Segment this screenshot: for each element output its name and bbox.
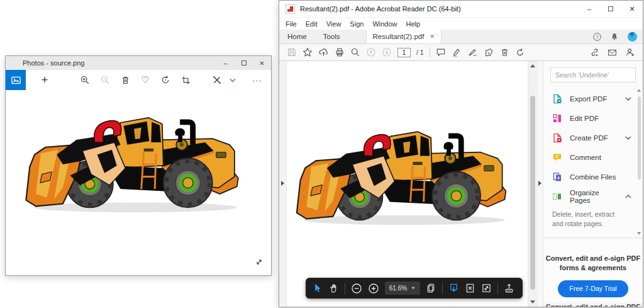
tab-home[interactable]: Home	[279, 30, 315, 43]
menu-edit[interactable]: Edit	[306, 20, 318, 28]
notifications-button[interactable]	[610, 32, 619, 42]
scroll-down-icon[interactable]	[530, 300, 535, 304]
tab-close-icon[interactable]: ✕	[430, 33, 435, 40]
find-button[interactable]	[350, 47, 360, 57]
add-button[interactable]: +	[35, 70, 55, 90]
more-options-button[interactable]: ···	[247, 70, 267, 90]
tab-document[interactable]: Resultant(2).pdf ✕	[366, 30, 441, 43]
help-button[interactable]: ?	[592, 32, 602, 42]
share-cloud-button[interactable]	[318, 47, 329, 57]
export-pdf-icon	[552, 94, 562, 104]
previous-page-button[interactable]	[366, 47, 376, 57]
rotate-button[interactable]	[155, 70, 175, 90]
collapse-tools-pane-icon[interactable]	[538, 181, 541, 186]
toolbar-divider	[497, 283, 498, 294]
scrollbar-thumb[interactable]	[638, 96, 641, 180]
chevron-down-icon[interactable]	[625, 97, 631, 101]
zoom-in-button[interactable]	[75, 70, 95, 90]
tool-export-pdf[interactable]: Export PDF	[543, 89, 636, 108]
free-trial-button[interactable]: Free 7-Day Trial	[558, 280, 628, 297]
highlight-tool-button[interactable]	[452, 47, 462, 57]
see-all-photos-button[interactable]	[6, 70, 26, 90]
page-number-input[interactable]	[397, 48, 411, 57]
menu-sign[interactable]: Sign	[350, 20, 364, 28]
edit-create-icon	[212, 75, 222, 85]
favorite-tool-button[interactable]	[303, 47, 313, 57]
print-button[interactable]	[335, 47, 345, 57]
photos-image-canvas[interactable]	[6, 94, 271, 275]
comment-tool-button[interactable]	[436, 47, 446, 57]
fill-sign-tool-button[interactable]	[484, 47, 494, 57]
page-up-icon	[366, 47, 376, 57]
expand-nav-pane-icon[interactable]	[281, 181, 284, 186]
help-icon: ?	[592, 32, 602, 42]
fullscreen-button[interactable]	[255, 258, 264, 266]
tool-label: Export PDF	[570, 95, 618, 103]
close-button[interactable]: ✕	[253, 56, 271, 70]
menu-file[interactable]: File	[286, 20, 297, 28]
chevron-down-icon[interactable]	[625, 136, 631, 140]
document-scrollbar[interactable]	[528, 61, 536, 307]
chevron-up-icon[interactable]	[625, 195, 631, 198]
tool-comment[interactable]: Comment	[543, 147, 636, 167]
tools-list: Export PDF Edit PDF Create PDF	[543, 89, 636, 206]
bell-icon	[610, 32, 619, 42]
zoom-out-icon	[100, 75, 110, 85]
zoom-to-page-button[interactable]	[465, 283, 475, 294]
svg-text:?: ?	[596, 34, 599, 40]
maximize-button[interactable]	[600, 1, 621, 17]
close-button[interactable]: ✕	[621, 1, 643, 17]
tool-label: Combine Files	[570, 173, 636, 181]
share-link-button[interactable]	[589, 47, 600, 57]
tool-combine-files[interactable]: Combine Files	[543, 167, 636, 186]
menu-window[interactable]: Window	[372, 20, 397, 28]
tool-organize-pages[interactable]: Organize Pages	[543, 186, 636, 206]
add-user-button[interactable]	[625, 47, 635, 57]
tools-pane-scrollbar[interactable]	[636, 89, 642, 235]
tool-create-pdf[interactable]: Create PDF	[543, 128, 636, 147]
minus-circle-icon	[351, 283, 362, 294]
email-button[interactable]	[607, 48, 618, 57]
scroll-up-icon[interactable]	[637, 89, 641, 92]
scroll-up-icon[interactable]	[530, 64, 535, 67]
signature-pen-icon	[467, 47, 478, 57]
select-tool-button[interactable]	[312, 283, 323, 294]
acrobat-document-area: Export PDF Edit PDF Create PDF	[279, 61, 643, 307]
delete-button[interactable]	[115, 70, 135, 90]
rotate-pages-button[interactable]	[515, 47, 525, 57]
zoom-out-button[interactable]	[95, 70, 115, 90]
pdf-page[interactable]	[287, 61, 528, 307]
acrobat-menubar: File Edit View Sign Window Help	[279, 18, 643, 30]
toolbar-divider	[442, 283, 443, 294]
tool-edit-pdf[interactable]: Edit PDF	[543, 108, 636, 128]
desktop: Photos - source.png – ✕ +	[0, 0, 644, 308]
menu-view[interactable]: View	[326, 20, 341, 28]
sign-tool-button[interactable]	[467, 47, 478, 57]
zoom-level-dropdown[interactable]: 61.6%	[385, 282, 420, 295]
account-avatar[interactable]	[627, 31, 638, 42]
share-button[interactable]	[504, 283, 514, 294]
favorite-button[interactable]: ♡	[135, 70, 155, 90]
next-page-button[interactable]	[382, 47, 392, 57]
delete-pages-button[interactable]	[500, 47, 509, 57]
scrolling-mode-button[interactable]	[448, 283, 459, 294]
scrollbar-thumb[interactable]	[530, 96, 535, 290]
menu-help[interactable]: Help	[406, 20, 421, 28]
zoom-in-button[interactable]	[368, 283, 379, 294]
crop-button[interactable]	[175, 70, 196, 90]
comment-bubble-icon	[436, 47, 446, 57]
edit-create-button[interactable]	[207, 70, 227, 90]
tools-search-input[interactable]	[550, 67, 636, 83]
page-view-button[interactable]	[426, 283, 436, 294]
person-add-icon	[625, 47, 635, 57]
fullscreen-button[interactable]	[481, 283, 492, 294]
minimize-button[interactable]: –	[216, 56, 235, 70]
minimize-button[interactable]: –	[579, 1, 600, 17]
scroll-down-icon[interactable]	[637, 232, 641, 235]
tab-tools[interactable]: Tools	[315, 30, 348, 43]
save-button[interactable]	[287, 47, 297, 57]
zoom-out-button[interactable]	[351, 283, 362, 294]
maximize-button[interactable]	[235, 56, 253, 70]
edit-create-dropdown[interactable]	[227, 70, 238, 90]
hand-tool-button[interactable]	[328, 283, 339, 294]
